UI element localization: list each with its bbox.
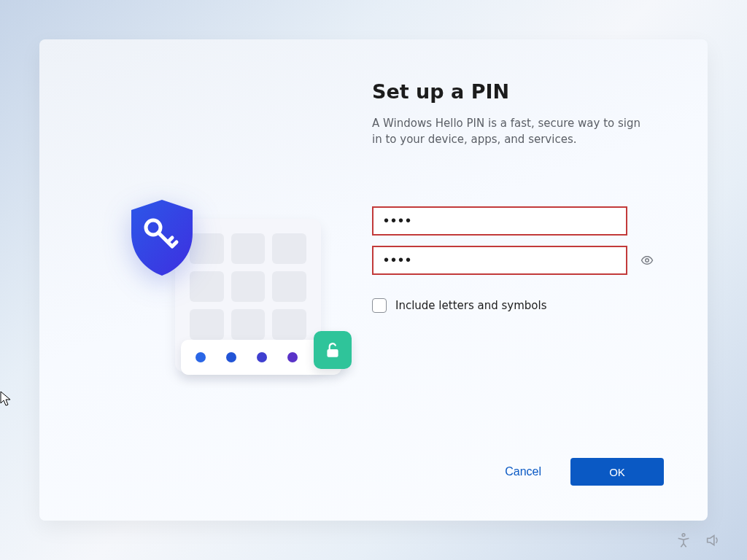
accessibility-icon[interactable] [676, 532, 692, 551]
confirm-pin-input[interactable] [372, 246, 627, 275]
shield-key-icon [125, 197, 198, 277]
include-symbols-row: Include letters and symbols [372, 298, 664, 313]
illustration-panel [80, 80, 372, 486]
confirm-pin-field-wrapper [372, 246, 664, 275]
svg-point-2 [646, 258, 649, 262]
oobe-card: Set up a PIN A Windows Hello PIN is a fa… [39, 39, 708, 521]
eye-icon[interactable] [639, 252, 655, 268]
padlock-open-icon [314, 331, 352, 369]
form-panel: Set up a PIN A Windows Hello PIN is a fa… [372, 80, 664, 486]
mouse-cursor-icon [0, 391, 12, 407]
dialog-footer: Cancel OK [372, 436, 664, 486]
svg-rect-0 [327, 349, 338, 357]
pin-illustration [124, 211, 357, 401]
include-symbols-checkbox[interactable] [372, 298, 387, 313]
page-title: Set up a PIN [372, 80, 664, 103]
svg-point-3 [682, 534, 685, 537]
speaker-icon[interactable] [705, 532, 721, 551]
ok-button[interactable]: OK [570, 458, 664, 486]
new-pin-input[interactable] [372, 206, 627, 236]
include-symbols-label: Include letters and symbols [395, 299, 546, 312]
cancel-button[interactable]: Cancel [505, 465, 541, 478]
system-tray [676, 532, 721, 551]
pin-field-wrapper [372, 206, 664, 236]
page-description: A Windows Hello PIN is a fast, secure wa… [372, 116, 649, 148]
